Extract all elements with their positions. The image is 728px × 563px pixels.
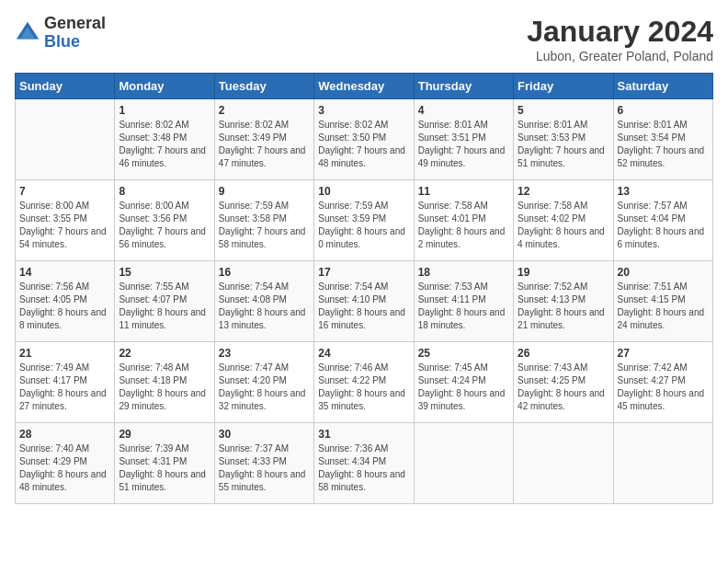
day-number: 16 <box>219 266 310 279</box>
day-number: 24 <box>318 347 409 360</box>
day-info: Sunrise: 7:54 AMSunset: 4:08 PMDaylight:… <box>219 281 310 332</box>
calendar-cell <box>613 423 712 504</box>
header: General Blue January 2024 Lubon, Greater… <box>15 15 713 63</box>
day-info: Sunrise: 8:01 AMSunset: 3:51 PMDaylight:… <box>418 119 509 170</box>
day-info: Sunrise: 8:02 AMSunset: 3:48 PMDaylight:… <box>119 119 210 170</box>
day-info: Sunrise: 7:57 AMSunset: 4:04 PMDaylight:… <box>618 200 709 251</box>
day-info: Sunrise: 7:53 AMSunset: 4:11 PMDaylight:… <box>418 281 509 332</box>
day-number: 25 <box>418 347 509 360</box>
day-number: 27 <box>618 347 709 360</box>
day-number: 17 <box>318 266 409 279</box>
day-number: 8 <box>119 185 210 198</box>
calendar-cell: 2Sunrise: 8:02 AMSunset: 3:49 PMDaylight… <box>214 99 313 180</box>
title-section: January 2024 Lubon, Greater Poland, Pola… <box>527 15 713 63</box>
day-number: 13 <box>618 185 709 198</box>
weekday-header: Sunday <box>16 74 115 99</box>
day-number: 28 <box>19 428 110 441</box>
day-info: Sunrise: 7:48 AMSunset: 4:18 PMDaylight:… <box>119 362 210 413</box>
day-number: 23 <box>219 347 310 360</box>
weekday-row: SundayMondayTuesdayWednesdayThursdayFrid… <box>16 74 713 99</box>
weekday-header: Wednesday <box>314 74 414 99</box>
day-info: Sunrise: 7:37 AMSunset: 4:33 PMDaylight:… <box>219 442 310 494</box>
day-info: Sunrise: 7:51 AMSunset: 4:15 PMDaylight:… <box>618 281 709 332</box>
calendar-cell: 30Sunrise: 7:37 AMSunset: 4:33 PMDayligh… <box>214 423 313 504</box>
calendar-cell: 4Sunrise: 8:01 AMSunset: 3:51 PMDaylight… <box>414 99 513 180</box>
calendar-cell <box>514 423 613 504</box>
day-info: Sunrise: 7:46 AMSunset: 4:22 PMDaylight:… <box>318 362 409 413</box>
day-info: Sunrise: 7:58 AMSunset: 4:02 PMDaylight:… <box>518 200 609 251</box>
day-info: Sunrise: 8:02 AMSunset: 3:49 PMDaylight:… <box>219 119 310 170</box>
calendar-body: 1Sunrise: 8:02 AMSunset: 3:48 PMDaylight… <box>16 99 713 504</box>
day-number: 12 <box>518 185 609 198</box>
calendar-cell: 10Sunrise: 7:59 AMSunset: 3:59 PMDayligh… <box>314 180 414 261</box>
calendar-week-row: 28Sunrise: 7:40 AMSunset: 4:29 PMDayligh… <box>16 423 713 504</box>
calendar-cell: 3Sunrise: 8:02 AMSunset: 3:50 PMDaylight… <box>314 99 414 180</box>
day-number: 7 <box>19 185 110 198</box>
day-number: 29 <box>119 428 210 441</box>
day-number: 26 <box>518 347 609 360</box>
day-info: Sunrise: 7:49 AMSunset: 4:17 PMDaylight:… <box>19 362 110 413</box>
day-number: 11 <box>418 185 509 198</box>
calendar-cell: 27Sunrise: 7:42 AMSunset: 4:27 PMDayligh… <box>613 342 712 423</box>
day-number: 4 <box>418 104 509 117</box>
day-number: 21 <box>19 347 110 360</box>
logo-icon <box>15 20 40 46</box>
day-info: Sunrise: 7:40 AMSunset: 4:29 PMDaylight:… <box>19 442 110 494</box>
calendar-cell: 12Sunrise: 7:58 AMSunset: 4:02 PMDayligh… <box>514 180 613 261</box>
calendar-cell: 19Sunrise: 7:52 AMSunset: 4:13 PMDayligh… <box>514 261 613 342</box>
logo-blue: Blue <box>44 33 106 52</box>
weekday-header: Friday <box>514 74 613 99</box>
calendar-cell: 7Sunrise: 8:00 AMSunset: 3:55 PMDaylight… <box>16 180 115 261</box>
calendar-cell: 14Sunrise: 7:56 AMSunset: 4:05 PMDayligh… <box>16 261 115 342</box>
day-number: 5 <box>518 104 609 117</box>
main-title: January 2024 <box>527 15 713 49</box>
day-number: 15 <box>119 266 210 279</box>
weekday-header: Tuesday <box>214 74 313 99</box>
day-info: Sunrise: 7:36 AMSunset: 4:34 PMDaylight:… <box>318 442 409 494</box>
logo-general: General <box>44 15 106 33</box>
day-number: 19 <box>518 266 609 279</box>
day-info: Sunrise: 7:59 AMSunset: 3:58 PMDaylight:… <box>219 200 310 251</box>
day-info: Sunrise: 7:47 AMSunset: 4:20 PMDaylight:… <box>219 362 310 413</box>
day-info: Sunrise: 7:45 AMSunset: 4:24 PMDaylight:… <box>418 362 509 413</box>
calendar-cell: 8Sunrise: 8:00 AMSunset: 3:56 PMDaylight… <box>115 180 214 261</box>
day-info: Sunrise: 7:58 AMSunset: 4:01 PMDaylight:… <box>418 200 509 251</box>
calendar-cell: 21Sunrise: 7:49 AMSunset: 4:17 PMDayligh… <box>16 342 115 423</box>
day-number: 31 <box>318 428 409 441</box>
day-info: Sunrise: 8:01 AMSunset: 3:53 PMDaylight:… <box>518 119 609 170</box>
day-info: Sunrise: 7:52 AMSunset: 4:13 PMDaylight:… <box>518 281 609 332</box>
calendar-cell: 23Sunrise: 7:47 AMSunset: 4:20 PMDayligh… <box>214 342 313 423</box>
calendar-cell: 25Sunrise: 7:45 AMSunset: 4:24 PMDayligh… <box>414 342 513 423</box>
calendar-week-row: 14Sunrise: 7:56 AMSunset: 4:05 PMDayligh… <box>16 261 713 342</box>
day-number: 1 <box>119 104 210 117</box>
calendar-cell: 9Sunrise: 7:59 AMSunset: 3:58 PMDaylight… <box>214 180 313 261</box>
day-number: 2 <box>219 104 310 117</box>
day-number: 20 <box>618 266 709 279</box>
calendar-cell: 16Sunrise: 7:54 AMSunset: 4:08 PMDayligh… <box>214 261 313 342</box>
day-info: Sunrise: 7:54 AMSunset: 4:10 PMDaylight:… <box>318 281 409 332</box>
calendar-cell: 1Sunrise: 8:02 AMSunset: 3:48 PMDaylight… <box>115 99 214 180</box>
calendar-week-row: 1Sunrise: 8:02 AMSunset: 3:48 PMDaylight… <box>16 99 713 180</box>
calendar-cell: 13Sunrise: 7:57 AMSunset: 4:04 PMDayligh… <box>613 180 712 261</box>
day-number: 3 <box>318 104 409 117</box>
calendar-cell: 29Sunrise: 7:39 AMSunset: 4:31 PMDayligh… <box>115 423 214 504</box>
day-info: Sunrise: 7:39 AMSunset: 4:31 PMDaylight:… <box>119 442 210 494</box>
day-number: 10 <box>318 185 409 198</box>
calendar-cell: 26Sunrise: 7:43 AMSunset: 4:25 PMDayligh… <box>514 342 613 423</box>
day-info: Sunrise: 7:59 AMSunset: 3:59 PMDaylight:… <box>318 200 409 251</box>
calendar-cell <box>414 423 513 504</box>
calendar-header: SundayMondayTuesdayWednesdayThursdayFrid… <box>16 74 713 99</box>
calendar-cell: 31Sunrise: 7:36 AMSunset: 4:34 PMDayligh… <box>314 423 414 504</box>
subtitle: Lubon, Greater Poland, Poland <box>527 49 713 63</box>
calendar-cell: 20Sunrise: 7:51 AMSunset: 4:15 PMDayligh… <box>613 261 712 342</box>
weekday-header: Thursday <box>414 74 513 99</box>
day-number: 22 <box>119 347 210 360</box>
weekday-header: Monday <box>115 74 214 99</box>
day-number: 18 <box>418 266 509 279</box>
weekday-header: Saturday <box>613 74 712 99</box>
calendar-week-row: 21Sunrise: 7:49 AMSunset: 4:17 PMDayligh… <box>16 342 713 423</box>
calendar-cell: 6Sunrise: 8:01 AMSunset: 3:54 PMDaylight… <box>613 99 712 180</box>
day-info: Sunrise: 8:02 AMSunset: 3:50 PMDaylight:… <box>318 119 409 170</box>
day-info: Sunrise: 8:00 AMSunset: 3:55 PMDaylight:… <box>19 200 110 251</box>
calendar-cell: 5Sunrise: 8:01 AMSunset: 3:53 PMDaylight… <box>514 99 613 180</box>
